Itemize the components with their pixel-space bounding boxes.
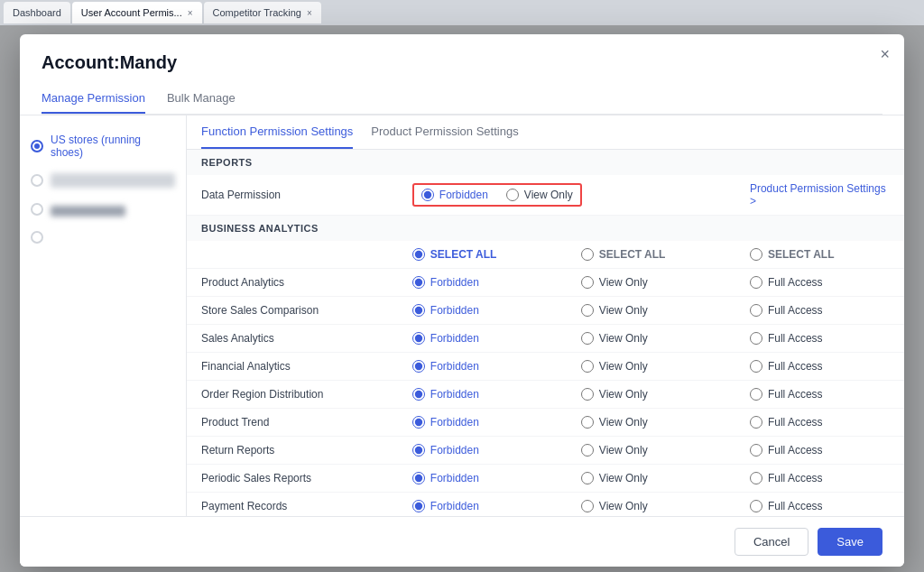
- radio-icon: [31, 203, 43, 216]
- row-return-reports: Return Reports Forbidden View Only Full …: [187, 437, 904, 465]
- tab-function-permission[interactable]: Function Permission Settings: [201, 115, 353, 149]
- tab-user-account[interactable]: User Account Permis... ×: [72, 2, 202, 23]
- cell-viewonly-select-all: SELECT ALL: [567, 241, 735, 269]
- opt-viewonly[interactable]: View Only: [581, 444, 721, 457]
- opt-viewonly[interactable]: View Only: [581, 472, 721, 484]
- content-area: Function Permission Settings Product Per…: [187, 115, 904, 516]
- opt-forbidden[interactable]: Forbidden: [412, 276, 552, 289]
- opt-fullaccess[interactable]: Full Access: [750, 500, 890, 512]
- sidebar-item-3[interactable]: [20, 195, 186, 224]
- tab-bar: Dashboard User Account Permis... × Compe…: [0, 0, 924, 25]
- radio-forbidden-input[interactable]: [421, 189, 434, 201]
- tab-label: Competitor Tracking: [213, 7, 301, 18]
- opt-viewonly[interactable]: View Only: [581, 276, 721, 289]
- section-reports-header: REPORTS: [187, 150, 904, 175]
- opt-fullaccess[interactable]: Full Access: [750, 304, 890, 317]
- save-button[interactable]: Save: [818, 528, 882, 556]
- option-forbidden-select-all[interactable]: SELECT ALL: [412, 248, 552, 261]
- modal-title: Account:Mandy: [42, 52, 882, 73]
- opt-fullaccess[interactable]: Full Access: [750, 472, 890, 484]
- modal-overlay: Account:Mandy × Manage Permission Bulk M…: [0, 25, 924, 572]
- row-sales-analytics: Sales Analytics Forbidden View Only Full…: [187, 325, 904, 353]
- sidebar-item-2[interactable]: [20, 166, 186, 195]
- sidebar: US stores (running shoes): [20, 115, 187, 516]
- opt-fullaccess[interactable]: Full Access: [750, 332, 890, 345]
- row-periodic-sales: Periodic Sales Reports Forbidden View On…: [187, 465, 904, 493]
- sidebar-blur-label: [51, 173, 175, 188]
- row-ba-select-all: SELECT ALL SELECT ALL: [187, 241, 904, 269]
- modal-dialog: Account:Mandy × Manage Permission Bulk M…: [20, 34, 904, 567]
- row-order-region: Order Region Distribution Forbidden View…: [187, 381, 904, 409]
- cell-fullaccess-select-all: SELECT ALL: [735, 241, 904, 269]
- sidebar-blur-sublabel: [51, 206, 125, 217]
- tab-product-permission[interactable]: Product Permission Settings: [371, 115, 518, 149]
- tab-bulk-manage[interactable]: Bulk Manage: [167, 84, 236, 114]
- row-payment-records: Payment Records Forbidden View Only Full…: [187, 493, 904, 517]
- option-viewonly-select-all[interactable]: SELECT ALL: [581, 248, 721, 261]
- opt-forbidden[interactable]: Forbidden: [412, 332, 552, 345]
- row-data-permission: Data Permission Forbidden: [187, 175, 904, 216]
- radio-icon: [31, 231, 43, 244]
- close-button[interactable]: ×: [880, 45, 890, 64]
- sidebar-item-label: US stores (running shoes): [51, 134, 175, 159]
- radio-fullaccess-all-input[interactable]: [750, 248, 762, 261]
- sidebar-item-4[interactable]: [20, 224, 186, 251]
- forbidden-label: Forbidden: [439, 189, 488, 201]
- row-financial-analytics: Financial Analytics Forbidden View Only …: [187, 353, 904, 381]
- tab-competitor[interactable]: Competitor Tracking ×: [204, 2, 321, 23]
- opt-forbidden[interactable]: Forbidden: [412, 388, 552, 401]
- option-view-only[interactable]: View Only: [506, 189, 573, 201]
- opt-viewonly[interactable]: View Only: [581, 332, 721, 345]
- opt-viewonly[interactable]: View Only: [581, 304, 721, 317]
- select-all-fullaccess-label: SELECT ALL: [768, 248, 835, 261]
- table-container: REPORTS Data Permission Forbidden: [187, 150, 904, 516]
- option-forbidden[interactable]: Forbidden: [421, 189, 488, 201]
- tab-close-icon[interactable]: ×: [188, 8, 193, 18]
- permission-name: Data Permission: [187, 175, 398, 216]
- radio-viewonly-input[interactable]: [506, 189, 519, 201]
- opt-viewonly[interactable]: View Only: [581, 500, 721, 512]
- row-product-analytics: Product Analytics Forbidden View Only Fu…: [187, 269, 904, 297]
- opt-viewonly[interactable]: View Only: [581, 388, 721, 401]
- product-permission-link[interactable]: Product Permission Settings >: [735, 175, 904, 216]
- highlight-box: Forbidden View Only: [412, 183, 582, 207]
- permission-options-highlighted: Forbidden View Only: [398, 175, 735, 216]
- opt-fullaccess[interactable]: Full Access: [750, 416, 890, 429]
- opt-forbidden[interactable]: Forbidden: [412, 304, 552, 317]
- sidebar-item-us-stores[interactable]: US stores (running shoes): [20, 126, 186, 166]
- cancel-button[interactable]: Cancel: [735, 528, 808, 556]
- radio-forbidden-all-input[interactable]: [412, 248, 425, 261]
- opt-forbidden[interactable]: Forbidden: [412, 444, 552, 457]
- view-only-label: View Only: [524, 189, 573, 201]
- opt-fullaccess[interactable]: Full Access: [750, 388, 890, 401]
- tab-manage-permission[interactable]: Manage Permission: [42, 84, 145, 114]
- option-fullaccess-select-all[interactable]: SELECT ALL: [750, 248, 890, 261]
- radio-icon: [31, 174, 43, 187]
- permission-tabs: Function Permission Settings Product Per…: [187, 115, 904, 150]
- opt-forbidden[interactable]: Forbidden: [412, 500, 552, 512]
- opt-viewonly[interactable]: View Only: [581, 416, 721, 429]
- modal-footer: Cancel Save: [20, 516, 904, 567]
- modal-header: Account:Mandy × Manage Permission Bulk M…: [20, 34, 904, 115]
- cell-forbidden-select-all: SELECT ALL: [398, 241, 567, 269]
- opt-fullaccess[interactable]: Full Access: [750, 276, 890, 289]
- row-store-sales: Store Sales Comparison Forbidden View On…: [187, 297, 904, 325]
- opt-fullaccess[interactable]: Full Access: [750, 360, 890, 373]
- opt-fullaccess[interactable]: Full Access: [750, 444, 890, 457]
- opt-forbidden[interactable]: Forbidden: [412, 360, 552, 373]
- opt-forbidden[interactable]: Forbidden: [412, 416, 552, 429]
- tab-dashboard[interactable]: Dashboard: [4, 2, 70, 23]
- main-tabs: Manage Permission Bulk Manage: [42, 84, 882, 115]
- modal-body: US stores (running shoes): [20, 115, 904, 516]
- opt-viewonly[interactable]: View Only: [581, 360, 721, 373]
- tab-label: User Account Permis...: [81, 7, 182, 18]
- section-ba-header: BUSINESS ANALYTICS: [187, 216, 904, 242]
- radio-selected-icon: [31, 140, 43, 152]
- opt-forbidden[interactable]: Forbidden: [412, 472, 552, 484]
- tab-label: Dashboard: [13, 7, 61, 18]
- select-all-forbidden-label: SELECT ALL: [430, 248, 497, 261]
- select-all-viewonly-label: SELECT ALL: [599, 248, 666, 261]
- tab-close-icon[interactable]: ×: [307, 8, 312, 18]
- row-product-trend: Product Trend Forbidden View Only Full A…: [187, 409, 904, 437]
- radio-viewonly-all-input[interactable]: [581, 248, 594, 261]
